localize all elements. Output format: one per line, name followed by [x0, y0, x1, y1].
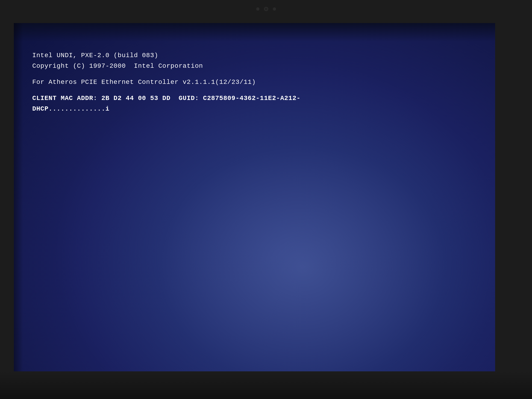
terminal-line: CLIENT MAC ADDR: 2B D2 44 00 53 DD GUID:… — [32, 94, 486, 103]
terminal-spacer — [32, 88, 486, 93]
terminal-spacer — [32, 72, 486, 76]
bottom-bezel — [0, 371, 532, 399]
terminal-output: Intel UNDI, PXE-2.0 (build 083)Copyright… — [32, 51, 486, 115]
photo-frame: Intel UNDI, PXE-2.0 (build 083)Copyright… — [0, 0, 532, 399]
indicator-dot-2 — [273, 7, 276, 11]
indicator-dot — [256, 7, 260, 11]
terminal-line: Copyright (C) 1997-2000 Intel Corporatio… — [32, 61, 486, 71]
screen-top-gradient — [14, 23, 495, 41]
laptop-bezel: Intel UNDI, PXE-2.0 (build 083)Copyright… — [0, 0, 532, 399]
terminal-line: DHCP..............i — [32, 104, 486, 114]
terminal-line: Intel UNDI, PXE-2.0 (build 083) — [32, 51, 486, 60]
laptop-screen: Intel UNDI, PXE-2.0 (build 083)Copyright… — [14, 23, 495, 371]
camera-area — [256, 7, 276, 11]
terminal-line: For Atheros PCIE Ethernet Controller v2.… — [32, 77, 486, 87]
camera-dot — [264, 7, 268, 11]
